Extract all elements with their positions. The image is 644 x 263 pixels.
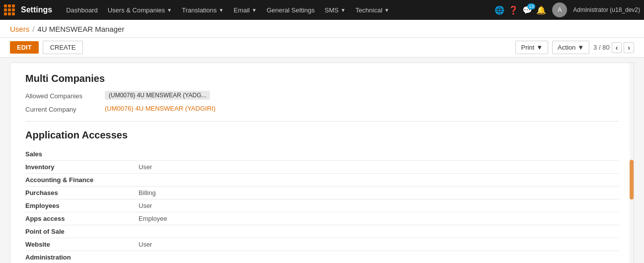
app-accesses-section: Application Accesses SalesInventoryUserA… xyxy=(25,130,619,263)
scrollbar-thumb[interactable] xyxy=(630,160,634,199)
access-label: Sales xyxy=(25,148,135,161)
access-label: Purchases xyxy=(25,187,135,199)
breadcrumb-parent-link[interactable]: Users xyxy=(10,25,29,33)
breadcrumb: Users / 4U MENSWEAR Manager xyxy=(0,20,644,38)
nav-translations[interactable]: Translations ▼ xyxy=(178,0,227,20)
table-row: Accounting & Finance xyxy=(25,174,619,187)
notification-icon[interactable]: 🔔 xyxy=(536,5,546,15)
section-divider xyxy=(25,121,619,122)
allowed-companies-tag[interactable]: (UM0076) 4U MENSWEAR (YADG... xyxy=(105,91,210,100)
app-title: Settings xyxy=(21,5,52,14)
access-label: Point of Sale xyxy=(25,225,135,238)
nav-general-settings[interactable]: General Settings xyxy=(263,0,319,20)
nav-email[interactable]: Email ▼ xyxy=(229,0,260,20)
chevron-down-icon: ▼ xyxy=(384,7,389,13)
record-pager: 3 / 80 ‹ › xyxy=(593,42,634,53)
table-row: Point of Sale xyxy=(25,225,619,238)
nav-technical[interactable]: Technical ▼ xyxy=(352,0,393,20)
main-content: Multi Companies Allowed Companies (UM007… xyxy=(10,63,634,263)
access-label: Inventory xyxy=(25,161,135,174)
edit-button[interactable]: EDIT xyxy=(10,41,39,54)
chevron-down-icon: ▼ xyxy=(219,7,224,13)
topnav-icons: 🌐 ❓ 💬 13 🔔 A Administrator (u18_dev2) xyxy=(495,2,640,17)
table-row: Sales xyxy=(25,148,619,161)
access-label: Website xyxy=(25,238,135,251)
table-row: Apps accessEmployee xyxy=(25,212,619,225)
app-grid-icon[interactable] xyxy=(4,4,15,15)
current-company-value[interactable]: (UM0076) 4U MENSWEAR (YADGIRI) xyxy=(105,105,215,112)
chevron-down-icon: ▼ xyxy=(252,7,257,13)
allowed-companies-label: Allowed Companies xyxy=(25,91,105,100)
chat-icon[interactable]: 💬 13 xyxy=(522,5,532,15)
scrollbar[interactable] xyxy=(630,63,634,263)
avatar[interactable]: A xyxy=(552,2,567,17)
chevron-down-icon: ▼ xyxy=(577,44,584,51)
chevron-down-icon: ▼ xyxy=(341,7,346,13)
access-label: Apps access xyxy=(25,212,135,225)
table-row: EmployeesUser xyxy=(25,199,619,212)
nav-dashboard[interactable]: Dashboard xyxy=(62,0,102,20)
admin-label: Administrator (u18_dev2) xyxy=(573,6,640,13)
breadcrumb-current: 4U MENSWEAR Manager xyxy=(37,25,124,33)
action-button[interactable]: Action ▼ xyxy=(552,41,589,54)
access-value: User xyxy=(135,161,619,174)
access-value: User xyxy=(135,238,619,251)
multi-companies-section: Multi Companies Allowed Companies (UM007… xyxy=(25,73,619,113)
pager-next-button[interactable]: › xyxy=(624,42,634,53)
multi-companies-title: Multi Companies xyxy=(25,73,619,84)
create-button[interactable]: CREATE xyxy=(43,41,83,54)
chevron-down-icon: ▼ xyxy=(536,44,543,51)
access-value xyxy=(135,225,619,238)
table-row: Administration xyxy=(25,251,619,263)
record-toolbar: EDIT CREATE Print ▼ Action ▼ 3 / 80 ‹ › xyxy=(0,38,644,58)
app-accesses-title: Application Accesses xyxy=(25,130,619,141)
pager-info: 3 / 80 xyxy=(593,44,610,51)
table-row: PurchasesBilling xyxy=(25,187,619,199)
access-label: Accounting & Finance xyxy=(25,174,135,187)
chevron-down-icon: ▼ xyxy=(167,7,172,13)
current-company-label: Current Company xyxy=(25,105,105,113)
allowed-companies-value: (UM0076) 4U MENSWEAR (YADG... xyxy=(105,91,210,99)
access-value: Employee xyxy=(135,212,619,225)
nav-sms[interactable]: SMS ▼ xyxy=(321,0,350,20)
access-table: SalesInventoryUserAccounting & FinancePu… xyxy=(25,148,619,263)
access-value: User xyxy=(135,199,619,212)
table-row: WebsiteUser xyxy=(25,238,619,251)
access-label: Employees xyxy=(25,199,135,212)
access-value xyxy=(135,174,619,187)
table-row: InventoryUser xyxy=(25,161,619,174)
access-value xyxy=(135,148,619,161)
globe-icon[interactable]: 🌐 xyxy=(495,5,504,15)
top-navigation: Settings Dashboard Users & Companies ▼ T… xyxy=(0,0,644,20)
allowed-companies-row: Allowed Companies (UM0076) 4U MENSWEAR (… xyxy=(25,91,619,100)
access-label: Administration xyxy=(25,251,135,263)
breadcrumb-separator: / xyxy=(32,25,34,33)
access-value xyxy=(135,251,619,263)
nav-users-companies[interactable]: Users & Companies ▼ xyxy=(104,0,176,20)
print-button[interactable]: Print ▼ xyxy=(515,41,548,54)
help-icon[interactable]: ❓ xyxy=(508,5,518,15)
pager-prev-button[interactable]: ‹ xyxy=(612,42,622,53)
access-value: Billing xyxy=(135,187,619,199)
current-company-row: Current Company (UM0076) 4U MENSWEAR (YA… xyxy=(25,105,619,113)
